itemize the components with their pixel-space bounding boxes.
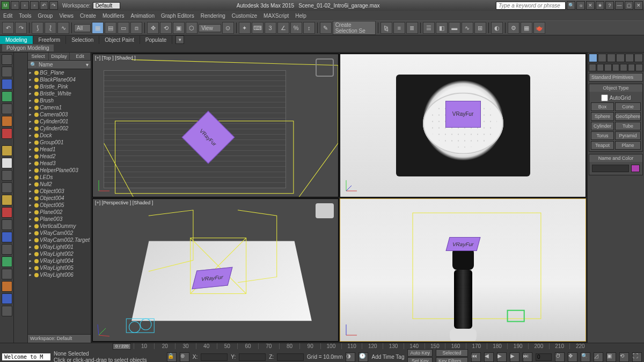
align-button[interactable]: ≡ xyxy=(393,22,405,34)
infocenter-search[interactable] xyxy=(496,2,566,10)
menu-group[interactable]: Group xyxy=(38,13,53,19)
scene-item[interactable]: ▸BlackPlane004 xyxy=(28,76,91,83)
material-editor-button[interactable]: ◐ xyxy=(491,22,503,34)
sp-tab-edit[interactable]: Edit xyxy=(70,53,91,60)
tool-icon-10[interactable] xyxy=(2,256,12,267)
scene-item[interactable]: ▸VRayLight004 xyxy=(28,257,91,264)
minimize-icon[interactable]: — xyxy=(615,1,624,10)
play-icon[interactable]: ▶ xyxy=(497,352,507,362)
viewport-perspective[interactable]: [+] [Perspective ] [Shaded ] VRayFur xyxy=(92,198,339,342)
vp-top-label[interactable]: [+] [Top ] [Shaded ] xyxy=(95,55,136,61)
sp-workspace-footer[interactable]: Workspace: Default xyxy=(28,334,91,343)
isolate-icon[interactable]: ◑ xyxy=(346,352,355,362)
help-icon[interactable]: ? xyxy=(605,1,614,10)
scene-item[interactable]: ▸Camera1 xyxy=(28,104,91,111)
signin-icon[interactable]: ⍟ xyxy=(576,1,585,10)
scene-item[interactable]: ▸Head2 xyxy=(28,153,91,160)
keyboard-shortcut-button[interactable]: ⌨ xyxy=(252,22,264,34)
undo-button[interactable]: ↶ xyxy=(2,22,14,34)
goto-start-icon[interactable]: ⏮ xyxy=(471,352,481,362)
shapes-icon[interactable] xyxy=(2,67,12,77)
next-frame-icon[interactable]: ▶ xyxy=(510,352,519,362)
vp-persp-label[interactable]: [+] [Perspective ] [Shaded ] xyxy=(95,200,153,205)
schematic-button[interactable]: ⊞ xyxy=(474,22,486,34)
selection-filter-dropdown[interactable]: All xyxy=(74,24,91,32)
render-frame-button[interactable]: ▦ xyxy=(521,22,532,34)
time-config-icon[interactable]: ⏱ xyxy=(555,352,565,362)
scene-item[interactable]: ▸Object005 xyxy=(28,202,91,209)
primitive-geosphere-button[interactable]: GeoSphere xyxy=(615,112,641,121)
manipulate-button[interactable]: ✦ xyxy=(239,22,251,34)
tool-icon-9[interactable] xyxy=(2,244,12,255)
scene-item[interactable]: ▸BG_Plane xyxy=(28,69,91,76)
scene-object-list[interactable]: ▸BG_Plane▸BlackPlane004▸Bristle_Pink▸Bri… xyxy=(28,69,91,334)
undo-icon[interactable]: ↶ xyxy=(40,1,48,10)
primitive-torus-button[interactable]: Torus xyxy=(591,131,614,140)
menu-tools[interactable]: Tools xyxy=(19,13,31,19)
cp-hierarchy-tab[interactable] xyxy=(607,54,616,62)
absolute-mode-icon[interactable]: ⊕ xyxy=(180,352,189,362)
viewcube-icon[interactable] xyxy=(316,58,334,77)
cp-spacewarps-icon[interactable] xyxy=(628,64,635,71)
cp-helpers-icon[interactable] xyxy=(620,64,627,71)
mirror-button[interactable]: ⧎ xyxy=(380,22,392,34)
bind-button[interactable]: ∿ xyxy=(57,22,69,34)
scene-item[interactable]: ▸VRayCam002 xyxy=(28,230,91,237)
app-icon[interactable]: M xyxy=(1,1,10,10)
menu-grapheditors[interactable]: Graph Editors xyxy=(161,13,194,19)
spacewarps-icon[interactable] xyxy=(2,116,12,127)
tool-icon-3[interactable] xyxy=(2,170,12,181)
layer-explorer-button[interactable]: ◧ xyxy=(436,22,448,34)
cp-create-tab[interactable] xyxy=(589,54,597,62)
time-slider[interactable]: 0 / 220 01020304050607080901001101201301… xyxy=(0,343,644,349)
maxscript-listener[interactable]: Welcome to M xyxy=(2,353,50,360)
add-time-tag[interactable]: Add Time Tag xyxy=(371,354,404,360)
render-setup-button[interactable]: ⚙ xyxy=(508,22,519,34)
scene-item[interactable]: ▸HelperPlane003 xyxy=(28,167,91,174)
ribbon-tab-freeform[interactable]: Freeform xyxy=(33,36,67,44)
setkey-button[interactable]: Set Key xyxy=(407,357,433,362)
primitive-pyramid-button[interactable]: Pyramid xyxy=(615,131,641,140)
scene-item[interactable]: ▸Plane002 xyxy=(28,209,91,216)
vrayfur-plane[interactable]: VRayFur xyxy=(192,267,232,289)
scene-item[interactable]: ▸Group001 xyxy=(28,139,91,146)
scene-item[interactable]: ▸Brush xyxy=(28,97,91,104)
redo-button[interactable]: ↷ xyxy=(15,22,27,34)
tool-icon-8[interactable] xyxy=(2,232,12,242)
tool-icon-6[interactable] xyxy=(2,207,12,218)
scene-item[interactable]: ▸Cylinder001 xyxy=(28,118,91,125)
scene-item[interactable]: ▸Camera003 xyxy=(28,111,91,118)
rotate-button[interactable]: ⟲ xyxy=(160,22,172,34)
render-button[interactable]: 🫖 xyxy=(533,22,545,34)
time-tag-icon[interactable]: 🕐 xyxy=(358,352,368,362)
pan-icon[interactable]: ✥ xyxy=(568,352,577,362)
curve-editor-button[interactable]: ∿ xyxy=(462,22,473,34)
vrayfur-plane[interactable]: VRayFur xyxy=(445,101,481,128)
keymode-dropdown[interactable]: Selected xyxy=(436,349,468,357)
close-icon[interactable]: ✕ xyxy=(634,1,643,10)
scene-item[interactable]: ▸VRayCam002.Target xyxy=(28,237,91,243)
primitive-plane-button[interactable]: Plane xyxy=(615,141,641,150)
cp-shapes-icon[interactable] xyxy=(597,64,604,71)
save-icon[interactable]: ▫ xyxy=(30,1,39,10)
scene-item[interactable]: ▸Plane003 xyxy=(28,216,91,223)
rollout-namecolor[interactable]: Name and Color xyxy=(589,154,642,162)
rollout-objecttype[interactable]: Object Type xyxy=(589,84,642,92)
sp-tab-select[interactable]: Select xyxy=(28,53,49,60)
percent-snap-button[interactable]: % xyxy=(290,22,302,34)
scene-item[interactable]: ▸VRayLight001 xyxy=(28,243,91,250)
menu-edit[interactable]: Edit xyxy=(3,13,12,19)
time-slider-handle[interactable]: 0 / 220 xyxy=(113,343,131,350)
ribbon-panel-polymodeling[interactable]: Polygon Modeling xyxy=(2,45,54,51)
goto-end-icon[interactable]: ⏭ xyxy=(523,352,532,362)
move-button[interactable]: ✥ xyxy=(147,22,159,34)
ribbon-min-icon[interactable]: ▾ xyxy=(175,35,184,44)
scene-item[interactable]: ▸Dock xyxy=(28,132,91,139)
tool-icon-4[interactable] xyxy=(2,182,12,193)
window-crossing-button[interactable]: ⧈ xyxy=(130,22,142,34)
tool-icon-12[interactable] xyxy=(2,281,12,292)
primitive-sphere-button[interactable]: Sphere xyxy=(591,112,614,121)
helpers-icon[interactable] xyxy=(2,104,12,114)
keyfilters-button[interactable]: Key Filters... xyxy=(436,357,468,362)
cp-geometry-icon[interactable] xyxy=(589,64,596,71)
